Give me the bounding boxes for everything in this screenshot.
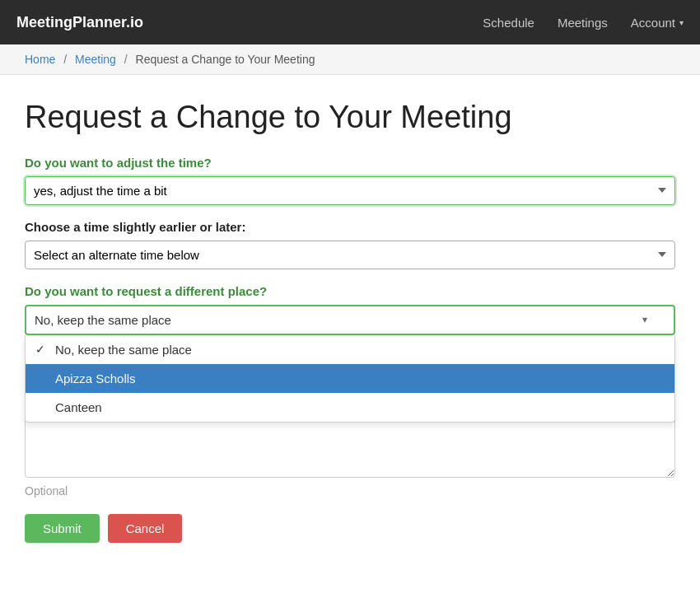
breadcrumb-sep-2: / — [124, 53, 128, 66]
place-option-no-change[interactable]: ✓ No, keep the same place — [26, 335, 674, 364]
place-option-canteen[interactable]: Canteen — [26, 393, 674, 422]
optional-label: Optional — [25, 484, 675, 498]
different-place-section: Do you want to request a different place… — [25, 284, 675, 335]
chevron-down-icon: ▾ — [642, 314, 647, 325]
choose-time-label: Choose a time slightly earlier or later: — [25, 220, 675, 234]
submit-button[interactable]: Submit — [25, 514, 100, 543]
page-title: Request a Change to Your Meeting — [25, 100, 675, 136]
nav-account-label: Account — [631, 16, 675, 30]
choose-time-select[interactable]: Select an alternate time below — [25, 241, 675, 269]
brand-logo[interactable]: MeetingPlanner.io — [16, 14, 483, 31]
nav-links: Schedule Meetings Account ▾ — [483, 16, 684, 30]
nav-meetings[interactable]: Meetings — [558, 16, 608, 30]
main-content: Request a Change to Your Meeting Do you … — [0, 75, 700, 576]
adjust-time-label: Do you want to adjust the time? — [25, 156, 675, 170]
place-dropdown-wrapper: No, keep the same place ▾ ✓ No, keep the… — [25, 305, 675, 335]
breadcrumb-sep-1: / — [63, 53, 67, 66]
place-dropdown-menu: ✓ No, keep the same place Apizza Scholls… — [25, 335, 675, 423]
breadcrumb-current: Request a Change to Your Meeting — [136, 53, 315, 66]
button-row: Submit Cancel — [25, 514, 675, 543]
different-place-label: Do you want to request a different place… — [25, 284, 675, 298]
navbar: MeetingPlanner.io Schedule Meetings Acco… — [0, 0, 700, 44]
nav-schedule[interactable]: Schedule — [483, 16, 534, 30]
choose-time-section: Choose a time slightly earlier or later:… — [25, 220, 675, 269]
place-option-no-change-label: No, keep the same place — [55, 343, 192, 357]
chevron-down-icon: ▾ — [679, 18, 684, 27]
place-select-value: No, keep the same place — [35, 313, 171, 327]
adjust-time-section: Do you want to adjust the time? yes, adj… — [25, 156, 675, 205]
breadcrumb-home[interactable]: Home — [25, 53, 55, 66]
breadcrumb: Home / Meeting / Request a Change to You… — [0, 44, 700, 75]
place-option-canteen-label: Canteen — [55, 400, 102, 414]
check-icon: ✓ — [35, 343, 49, 356]
nav-account[interactable]: Account ▾ — [631, 16, 684, 30]
adjust-time-select[interactable]: yes, adjust the time a bit — [25, 176, 675, 205]
place-select-display[interactable]: No, keep the same place ▾ — [25, 305, 675, 335]
place-option-apizza-label: Apizza Scholls — [55, 371, 136, 385]
cancel-button[interactable]: Cancel — [108, 514, 183, 543]
place-option-apizza[interactable]: Apizza Scholls — [26, 364, 674, 393]
breadcrumb-meeting[interactable]: Meeting — [75, 53, 116, 66]
